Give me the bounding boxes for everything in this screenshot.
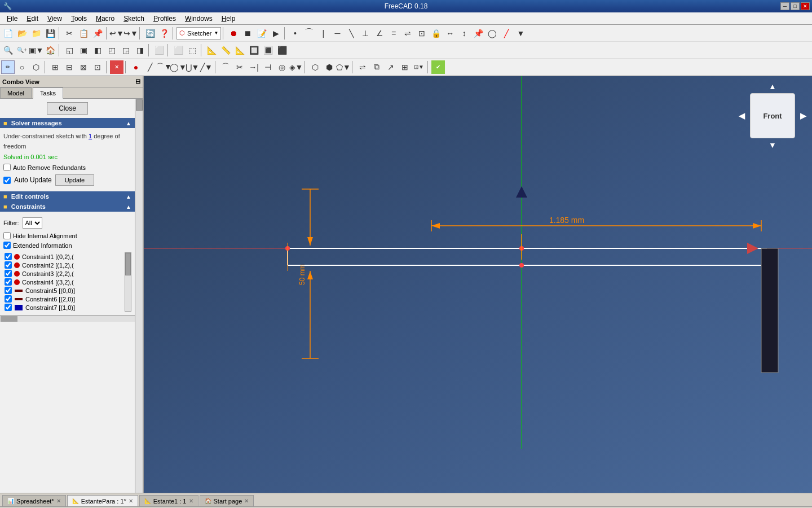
sk-polyline-dropdown[interactable]: ╱▼ <box>200 60 213 74</box>
sk-polar-array[interactable]: ⊡▼ <box>412 60 426 74</box>
combo-vscrollbar[interactable] <box>135 99 143 493</box>
solver-collapse-btn[interactable]: ▲ <box>126 120 131 126</box>
maximize-button[interactable]: □ <box>791 2 800 10</box>
edit-controls-collapse-btn[interactable]: ▲ <box>126 194 131 200</box>
tab-spreadsheet[interactable]: 📊 Spreadsheet* ✕ <box>2 495 66 506</box>
line-v-button[interactable]: | <box>316 27 330 40</box>
solver-messages-header[interactable]: ■ Solver messages ▲ <box>0 118 135 128</box>
cube-left-arrow[interactable]: ◀ <box>739 111 745 120</box>
menu-edit[interactable]: Edit <box>22 14 43 24</box>
constraint2-checkbox[interactable] <box>5 261 12 269</box>
tab-estantepara[interactable]: 📐 EstantePara : 1* ✕ <box>67 495 138 506</box>
constraint1-checkbox[interactable] <box>5 253 12 260</box>
tangent-button[interactable]: ∠ <box>373 27 386 40</box>
sk-conic-dropdown[interactable]: ⋃▼ <box>186 60 199 74</box>
block-button[interactable]: ⊡ <box>415 27 429 40</box>
part-btn1[interactable]: ⬜ <box>171 43 185 57</box>
horiz-dist-button[interactable]: ↔ <box>443 27 457 40</box>
nav-cube[interactable]: ▲ Front ▼ ◀ ▶ <box>739 82 806 150</box>
filter-select[interactable]: All <box>23 217 42 229</box>
tab-startpage[interactable]: 🏠 Start page ✕ <box>200 495 254 506</box>
viewport[interactable]: 50 mm 1.185 mm <box>144 76 812 493</box>
help-button[interactable]: ❓ <box>157 27 171 40</box>
macro-run[interactable]: ▶ <box>269 27 283 40</box>
close-button[interactable]: ✕ <box>801 2 810 10</box>
new-button[interactable]: 📄 <box>1 27 15 40</box>
workbench-dropdown[interactable]: ⬡ Sketcher ▼ <box>176 27 221 40</box>
cube-up-arrow[interactable]: ▲ <box>769 82 776 91</box>
combo-vscrollbar-thumb[interactable] <box>136 99 143 111</box>
save-button[interactable]: 💾 <box>43 27 57 40</box>
view-rear[interactable]: ◰ <box>105 43 118 57</box>
lock-button[interactable]: 🔒 <box>429 27 443 40</box>
tab-estante1-close[interactable]: ✕ <box>189 498 193 504</box>
sketch-attach2[interactable]: 📐 <box>233 43 246 57</box>
undo-dropdown[interactable]: ↩▼ <box>110 27 123 40</box>
sk-clone[interactable]: ⧉ <box>370 60 383 74</box>
sketch-polygon-btn[interactable]: ⬡ <box>29 60 43 74</box>
menu-macro[interactable]: Macro <box>91 14 119 24</box>
macro-record[interactable]: ⏺ <box>227 27 240 40</box>
sketch-attach[interactable]: 📐 <box>205 43 218 57</box>
macro-edit[interactable]: 📝 <box>255 27 268 40</box>
sk-point[interactable]: ● <box>129 60 143 74</box>
constraint3-checkbox[interactable] <box>5 270 12 277</box>
constraint4-checkbox[interactable] <box>5 278 12 286</box>
cube-front-face[interactable]: Front <box>750 93 795 138</box>
symmetric-button[interactable]: ⇌ <box>401 27 414 40</box>
bbox-button[interactable]: ⬜ <box>152 43 166 57</box>
sketch-detach[interactable]: 📏 <box>219 43 232 57</box>
perp-button[interactable]: ⊥ <box>359 27 372 40</box>
view-bottom[interactable]: ◲ <box>119 43 133 57</box>
sk-move-btn[interactable]: ↗ <box>384 60 398 74</box>
radius-button[interactable]: ◯ <box>486 27 499 40</box>
sk-rect-array[interactable]: ⊞ <box>398 60 412 74</box>
macro-stop[interactable]: ⏹ <box>241 27 254 40</box>
tab-model[interactable]: Model <box>0 87 32 98</box>
auto-remove-checkbox[interactable] <box>3 164 11 171</box>
arc-button[interactable]: ⌒ <box>302 27 316 40</box>
sketch-edit-btn[interactable]: ✏ <box>1 60 15 74</box>
view-right[interactable]: ◧ <box>91 43 104 57</box>
menu-file[interactable]: File <box>2 14 22 24</box>
constraints-header[interactable]: ■ Constraints ▲ <box>0 202 135 212</box>
open-recent-button[interactable]: 📁 <box>29 27 43 40</box>
view-left[interactable]: ◨ <box>133 43 147 57</box>
sk-carbon-copy-dropdown[interactable]: ◈▼ <box>289 60 303 74</box>
constraint7-checkbox[interactable] <box>5 304 12 311</box>
more-constraints[interactable]: ▼ <box>514 27 527 40</box>
extended-info-checkbox[interactable] <box>3 242 11 249</box>
vert-dist-button[interactable]: ↕ <box>457 27 471 40</box>
sketch-array3[interactable]: ⊠ <box>77 60 90 74</box>
sk-fillet[interactable]: ⌒ <box>219 60 232 74</box>
sketch-move[interactable]: 🔳 <box>261 43 275 57</box>
sk-line[interactable]: ╱ <box>143 60 157 74</box>
sketch-array2[interactable]: ⊟ <box>63 60 76 74</box>
fix-button[interactable]: 📌 <box>471 27 485 40</box>
cube-down-arrow[interactable]: ▼ <box>769 141 776 150</box>
zoom-in-button[interactable]: 🔍+ <box>15 43 29 57</box>
sk-create-ext[interactable]: ⬡ <box>308 60 322 74</box>
sk-geo-close[interactable]: ✕ <box>110 60 123 74</box>
sketch-mirror[interactable]: 🔲 <box>247 43 261 57</box>
sk-symm-btn[interactable]: ⇌ <box>356 60 369 74</box>
sk-circle-dropdown[interactable]: ◯▼ <box>171 60 185 74</box>
cut-button[interactable]: ✂ <box>63 27 76 40</box>
menu-profiles[interactable]: Profiles <box>149 14 180 24</box>
menu-help[interactable]: Help <box>217 14 240 24</box>
sk-validate[interactable]: ✔ <box>431 60 445 74</box>
sketch-circle-btn[interactable]: ○ <box>15 60 29 74</box>
line-diag-button[interactable]: ╲ <box>345 27 358 40</box>
sk-trim[interactable]: ✂ <box>233 60 246 74</box>
sk-construct[interactable]: ◎ <box>275 60 289 74</box>
edit-controls-header[interactable]: ■ Edit controls ▲ <box>0 191 135 202</box>
sketch-array4[interactable]: ⊡ <box>91 60 104 74</box>
combo-hscrollbar-thumb[interactable] <box>1 316 17 322</box>
combo-resize-icon[interactable]: ⊟ <box>135 78 140 85</box>
sketch-extra[interactable]: ⬛ <box>275 43 289 57</box>
constraint-vscrollbar[interactable] <box>125 252 131 312</box>
zoom-fit-button[interactable]: 🔍 <box>1 43 15 57</box>
constraint6-checkbox[interactable] <box>5 295 12 303</box>
menu-view[interactable]: View <box>43 14 67 24</box>
view-front[interactable]: ◱ <box>63 43 76 57</box>
